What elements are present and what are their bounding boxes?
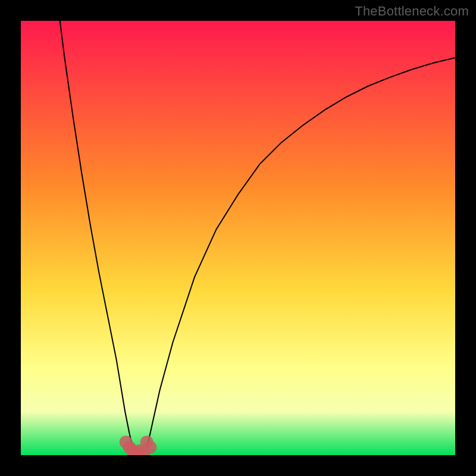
watermark-text: TheBottleneck.com <box>355 4 469 19</box>
curve-left-branch <box>60 21 133 449</box>
curve-right-branch <box>147 58 455 449</box>
bottleneck-marker <box>144 441 157 454</box>
chart-frame: TheBottleneck.com <box>0 0 476 476</box>
marker-group <box>120 436 157 455</box>
plot-area <box>21 21 455 455</box>
curve-layer <box>21 21 455 455</box>
